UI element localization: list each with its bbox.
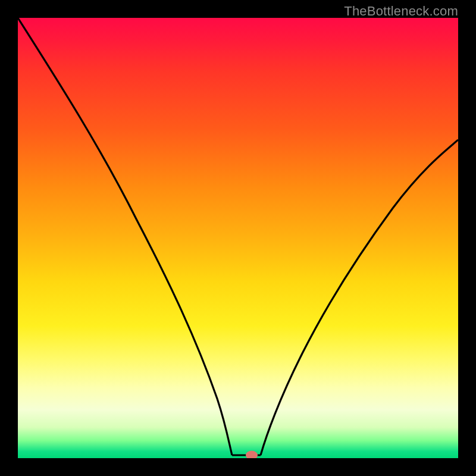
left-descending-curve xyxy=(18,18,232,455)
bottleneck-marker xyxy=(246,451,258,459)
chart-svg xyxy=(18,18,458,458)
watermark-text: TheBottleneck.com xyxy=(344,4,458,19)
chart-container: TheBottleneck.com xyxy=(0,0,476,476)
right-ascending-curve xyxy=(261,140,458,455)
